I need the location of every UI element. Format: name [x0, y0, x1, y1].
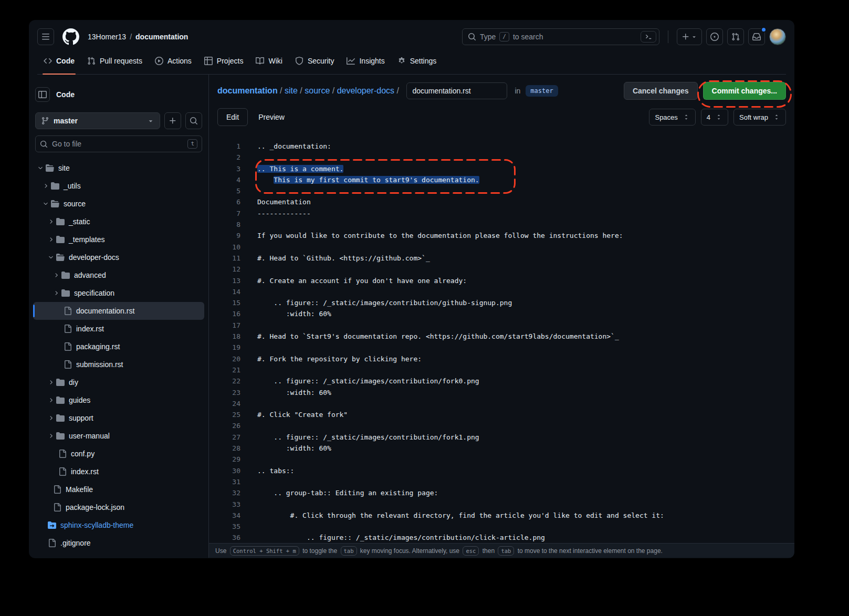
tree-item-packaging.rst[interactable]: packaging.rst [33, 338, 204, 356]
code-line-7[interactable]: 7------------- [209, 208, 794, 219]
code-line-22[interactable]: 22 .. figure:: /_static/images/contribut… [209, 375, 794, 387]
code-line-4[interactable]: 4 This is my first commit to start9's do… [209, 174, 794, 185]
tree-item-index.rst[interactable]: index.rst [33, 463, 204, 481]
search-this-repo-button[interactable] [185, 112, 202, 129]
global-search-input[interactable]: Type / to search [462, 28, 659, 45]
tab-label: Code [56, 57, 75, 65]
code-line-12[interactable]: 12 [209, 264, 794, 275]
code-line-34[interactable]: 34 #. Click through the relevant directo… [209, 510, 794, 521]
repo-link[interactable]: documentation [135, 33, 188, 41]
indent-mode-select[interactable]: Spaces [649, 109, 695, 126]
code-line-2[interactable]: 2 [209, 152, 794, 163]
create-new-button[interactable] [677, 28, 702, 45]
code-line-21[interactable]: 21 [209, 364, 794, 375]
tree-item-developer-docs[interactable]: developer-docs [33, 248, 204, 266]
tab-settings[interactable]: Settings [391, 47, 443, 74]
breadcrumb-link[interactable]: source [305, 86, 330, 96]
header-divider [668, 30, 668, 43]
tab-preview[interactable]: Preview [255, 113, 288, 121]
tab-pull-requests[interactable]: Pull requests [81, 47, 149, 74]
tree-item-Makefile[interactable]: Makefile [33, 481, 204, 498]
code-line-13[interactable]: 13#. Create an account if you don't have… [209, 275, 794, 286]
tab-insights[interactable]: Insights [340, 47, 391, 74]
code-line-18[interactable]: 18#. Head to `Start9's documentation rep… [209, 331, 794, 342]
tab-security[interactable]: Security [289, 47, 341, 74]
filename-input[interactable] [406, 82, 507, 99]
tree-item-conf.py[interactable]: conf.py [33, 445, 204, 463]
code-line-15[interactable]: 15 .. figure:: /_static/images/contribut… [209, 297, 794, 308]
code-line-3[interactable]: 3.. This is a comment. [209, 163, 794, 174]
code-line-26[interactable]: 26 [209, 420, 794, 431]
code-line-35[interactable]: 35 [209, 521, 794, 532]
collapse-sidebar-button[interactable] [35, 87, 50, 102]
code-line-23[interactable]: 23 :width: 60% [209, 387, 794, 398]
code-editor[interactable]: 1.. _documentation:23.. This is a commen… [209, 130, 794, 543]
indent-size-select[interactable]: 4 [701, 109, 728, 126]
line-number: 21 [209, 364, 240, 375]
code-line-5[interactable]: 5 [209, 185, 794, 196]
tab-code[interactable]: Code [37, 47, 81, 74]
tree-item-sphinx-scylladb-theme[interactable]: sphinx-scylladb-theme [33, 516, 204, 534]
tree-item-advanced[interactable]: advanced [33, 266, 204, 284]
code-line-29[interactable]: 29 [209, 454, 794, 465]
notifications-button[interactable] [748, 28, 765, 45]
code-line-31[interactable]: 31 [209, 476, 794, 487]
tree-item-diy[interactable]: diy [33, 373, 204, 391]
code-line-6[interactable]: 6Documentation [209, 196, 794, 207]
tree-item-support[interactable]: support [33, 409, 204, 427]
tree-item-_templates[interactable]: _templates [33, 231, 204, 248]
pull-requests-button[interactable] [727, 28, 744, 45]
commit-changes-button[interactable]: Commit changes... [703, 82, 786, 100]
code-line-14[interactable]: 14 [209, 286, 794, 297]
tree-item-_utils[interactable]: _utils [33, 177, 204, 195]
wrap-mode-select[interactable]: Soft wrap [733, 109, 786, 126]
code-line-19[interactable]: 19 [209, 342, 794, 353]
breadcrumb-link[interactable]: developer-docs [337, 86, 394, 96]
tree-item-user-manual[interactable]: user-manual [33, 427, 204, 445]
user-avatar[interactable] [769, 28, 786, 45]
code-line-16[interactable]: 16 :width: 60% [209, 308, 794, 319]
code-line-36[interactable]: 36 .. figure:: /_static/images/contribut… [209, 532, 794, 543]
tree-item-guides[interactable]: guides [33, 391, 204, 409]
breadcrumb-link[interactable]: site [285, 86, 298, 96]
tree-item-specification[interactable]: specification [33, 284, 204, 302]
code-line-10[interactable]: 10 [209, 242, 794, 253]
code-line-24[interactable]: 24 [209, 398, 794, 409]
tree-item-.gitignore[interactable]: .gitignore [33, 534, 204, 552]
code-line-33[interactable]: 33 [209, 499, 794, 510]
cancel-changes-button[interactable]: Cancel changes [624, 82, 698, 100]
code-line-17[interactable]: 17 [209, 320, 794, 331]
code-line-32[interactable]: 32 .. group-tab:: Editing an existing pa… [209, 487, 794, 498]
issues-button[interactable] [706, 28, 723, 45]
code-line-27[interactable]: 27 .. figure:: /_static/images/contribut… [209, 432, 794, 443]
tree-item-site[interactable]: site [33, 159, 204, 177]
tree-item-documentation.rst[interactable]: documentation.rst [33, 302, 204, 320]
code-line-8[interactable]: 8 [209, 219, 794, 230]
tab-projects[interactable]: Projects [198, 47, 250, 74]
code-line-30[interactable]: 30.. tabs:: [209, 465, 794, 476]
hamburger-button[interactable] [37, 28, 54, 45]
tree-item-package-lock.json[interactable]: package-lock.json [33, 498, 204, 516]
tab-edit[interactable]: Edit [217, 108, 248, 126]
code-line-20[interactable]: 20#. Fork the repository by clicking her… [209, 353, 794, 364]
breadcrumb-link[interactable]: documentation [217, 86, 278, 96]
tab-actions[interactable]: Actions [149, 47, 198, 74]
code-line-1[interactable]: 1.. _documentation: [209, 141, 794, 152]
command-palette-button[interactable] [641, 31, 656, 43]
new-file-button[interactable] [164, 112, 181, 129]
code-line-11[interactable]: 11#. Head to `Github. <https://github.co… [209, 253, 794, 264]
tree-item-source[interactable]: source [33, 195, 204, 213]
tree-item-index.rst[interactable]: index.rst [33, 320, 204, 338]
branch-badge[interactable]: master [526, 85, 558, 97]
tree-item-_static[interactable]: _static [33, 213, 204, 231]
branch-selector[interactable]: master [35, 112, 160, 129]
github-logo[interactable] [62, 28, 79, 45]
tab-wiki[interactable]: Wiki [249, 47, 288, 74]
code-line-25[interactable]: 25#. Click "Create fork" [209, 409, 794, 420]
go-to-file-input[interactable]: Go to file t [35, 135, 202, 152]
tree-item-submission.rst[interactable]: submission.rst [33, 356, 204, 373]
code-line-9[interactable]: 9If you would like to contribute to the … [209, 230, 794, 241]
code-line-28[interactable]: 28 :width: 60% [209, 443, 794, 454]
owner-link[interactable]: 13Homer13 [88, 33, 126, 41]
github-mark-icon [62, 28, 79, 45]
